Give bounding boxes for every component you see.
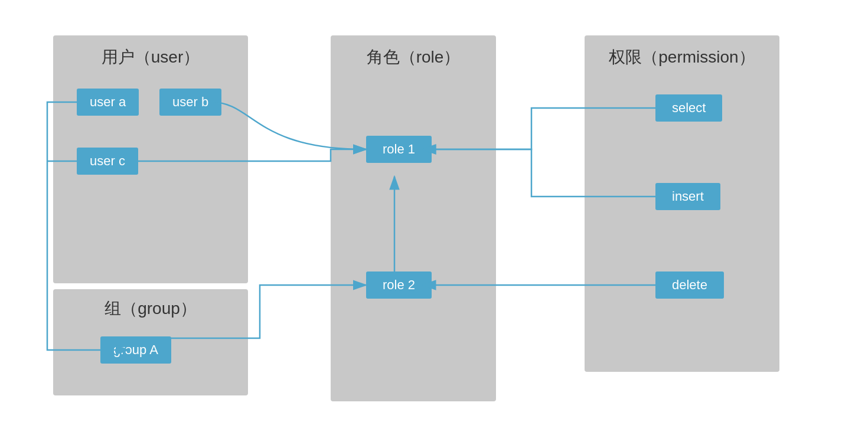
role-panel-title: 角色（role） bbox=[331, 35, 496, 74]
perm-select-node: select bbox=[655, 94, 722, 122]
diagram-container: 用户（user） user a user b user c 组（group） g… bbox=[0, 0, 868, 422]
role-2-node: role 2 bbox=[366, 271, 432, 299]
user-c-node: user c bbox=[77, 148, 138, 175]
group-panel: 组（group） group A bbox=[53, 289, 248, 395]
permission-panel: 权限（permission） select insert delete bbox=[585, 35, 779, 372]
role-panel: 角色（role） role 1 role 2 bbox=[331, 35, 496, 401]
permission-panel-title: 权限（permission） bbox=[585, 35, 779, 74]
perm-delete-node: delete bbox=[655, 271, 724, 299]
group-panel-title: 组（group） bbox=[53, 289, 248, 325]
user-a-node: user a bbox=[77, 89, 139, 116]
role-1-node: role 1 bbox=[366, 136, 432, 163]
user-panel-title: 用户（user） bbox=[53, 35, 248, 74]
user-panel: 用户（user） user a user b user c bbox=[53, 35, 248, 283]
group-a-node: group A bbox=[100, 336, 171, 364]
user-b-node: user b bbox=[159, 89, 221, 116]
perm-insert-node: insert bbox=[655, 183, 720, 210]
